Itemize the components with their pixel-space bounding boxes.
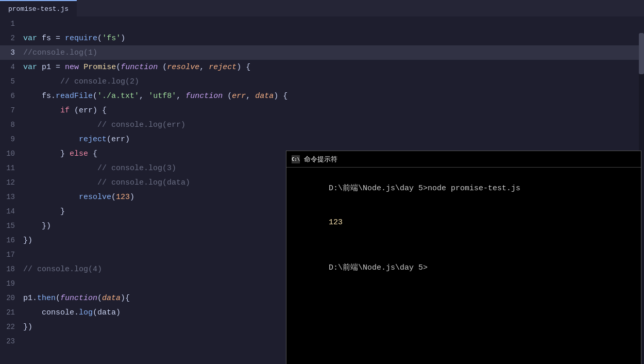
tab-label: promise-test.js [8, 5, 69, 13]
table-row: 3 //console.log(1) [0, 45, 644, 60]
cmd-line-2: 123 [292, 206, 636, 240]
tab-promise-test[interactable]: promise-test.js [0, 0, 77, 16]
cmd-body: D:\前端\Node.js\day 5>node promise-test.js… [286, 168, 641, 289]
table-row: 5 // console.log(2) [0, 74, 644, 89]
cmd-title: 命令提示符 [304, 155, 337, 164]
cmd-line-1: D:\前端\Node.js\day 5>node promise-test.js [292, 172, 636, 206]
cmd-titlebar: C:\ 命令提示符 [286, 151, 641, 168]
cmd-line-4: D:\前端\Node.js\day 5> [292, 251, 636, 285]
table-row: 1 [0, 16, 644, 31]
tab-bar: promise-test.js [0, 0, 644, 16]
table-row: 6 fs.readFile('./a.txt', 'utf8', functio… [0, 89, 644, 103]
table-row: 2 var fs = require('fs') [0, 31, 644, 45]
table-row: 9 reject(err) [0, 132, 644, 146]
table-row: 4 var p1 = new Promise(function (resolve… [0, 60, 644, 74]
code-editor: 1 2 var fs = require('fs') 3 //console.l… [0, 16, 644, 364]
table-row: 7 if (err) { [0, 103, 644, 118]
scrollbar-thumb[interactable] [639, 33, 644, 74]
cmd-line-3 [292, 240, 636, 251]
cmd-icon: C:\ [292, 155, 300, 163]
cmd-window[interactable]: C:\ 命令提示符 D:\前端\Node.js\day 5>node promi… [286, 151, 641, 364]
table-row: 8 // console.log(err) [0, 118, 644, 132]
